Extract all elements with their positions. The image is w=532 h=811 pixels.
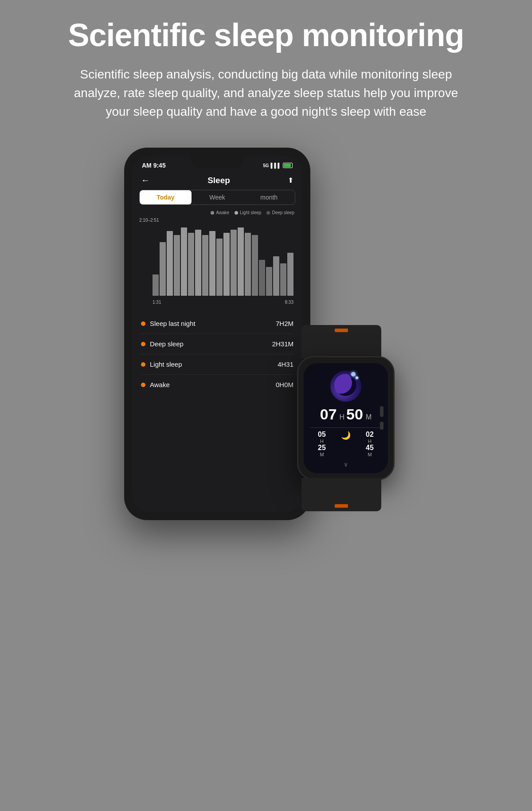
battery-icon xyxy=(283,163,293,168)
watch-sub2-h: H xyxy=(368,439,372,444)
main-title: Scientific sleep monitoring xyxy=(68,18,464,53)
watch-main-time: 07 H 50 M xyxy=(320,406,372,423)
subtitle: Scientific sleep analysis, conducting bi… xyxy=(66,65,466,121)
watch-screen: 07 H 50 M 05 H 25 M 🌙 xyxy=(304,363,388,473)
chart-time-labels: 1:31 8:33 xyxy=(153,300,293,305)
tab-week[interactable]: Week xyxy=(192,190,243,204)
share-button[interactable]: ⬆ xyxy=(288,176,293,184)
watch-h-label: H xyxy=(340,413,345,421)
watch-divider xyxy=(310,427,381,428)
strap-top xyxy=(301,325,381,358)
watch-sub1-hours: 05 xyxy=(318,431,326,439)
phone: AM 9:45 5G ▌▌▌ ← Sleep ⬆ Today Week xyxy=(124,148,310,520)
stat-label-light: Light sleep xyxy=(141,360,182,368)
moon-crescent xyxy=(334,374,356,396)
legend-awake: Awake xyxy=(211,210,229,215)
status-icons: 5G ▌▌▌ xyxy=(263,163,293,168)
watch-sub-1: 05 H 25 M xyxy=(318,431,326,457)
sleep-chart: 2:10–2:51 xyxy=(139,218,295,306)
devices-container: AM 9:45 5G ▌▌▌ ← Sleep ⬆ Today Week xyxy=(27,148,505,520)
stat-light-sleep: Light sleep 4H31 xyxy=(141,354,293,375)
watch-sub-2: 02 H 45 M xyxy=(366,431,374,457)
stat-text-light: Light sleep xyxy=(150,360,182,368)
network-icon: 5G xyxy=(263,163,269,168)
watch-sub2-m: M xyxy=(368,452,372,457)
stat-dot-deep xyxy=(141,342,145,346)
watch-sub1-minutes: 25 xyxy=(318,444,326,452)
stat-label-sleep: Sleep last night xyxy=(141,320,196,327)
watch-moon-graphic xyxy=(328,368,364,403)
chart-range-label: 2:10–2:51 xyxy=(139,218,159,223)
phone-notch xyxy=(191,156,244,168)
watch-sub2-hours: 02 xyxy=(366,431,374,439)
legend-deep-sleep: Deep sleep xyxy=(266,210,294,215)
status-time: AM 9:45 xyxy=(142,162,166,169)
watch-sub1-h: H xyxy=(320,439,324,444)
battery-fill xyxy=(284,164,291,167)
legend-label-deep: Deep sleep xyxy=(272,210,294,215)
back-button[interactable]: ← xyxy=(141,175,150,185)
stat-deep-sleep: Deep sleep 2H31M xyxy=(141,334,293,354)
legend-light-sleep: Light sleep xyxy=(235,210,261,215)
stat-dot-sleep xyxy=(141,321,145,326)
legend-dot-awake xyxy=(211,211,214,215)
stat-text-sleep: Sleep last night xyxy=(150,320,196,327)
strap-buckle-bottom xyxy=(335,504,348,508)
app-header: ← Sleep ⬆ xyxy=(132,172,302,190)
watch-button-2[interactable] xyxy=(380,422,383,430)
stat-label-deep: Deep sleep xyxy=(141,340,184,348)
watch-sub-times: 05 H 25 M 🌙 02 H 45 M xyxy=(310,431,381,457)
legend-label-light: Light sleep xyxy=(240,210,261,215)
stat-dot-awake-stat xyxy=(141,383,145,387)
chart-legend: Awake Light sleep Deep sleep xyxy=(132,210,302,218)
tab-month[interactable]: month xyxy=(243,190,295,204)
tabs: Today Week month xyxy=(139,190,295,205)
signal-icon: ▌▌▌ xyxy=(271,163,281,168)
chart-time-end: 8:33 xyxy=(285,300,293,305)
stats-list: Sleep last night 7H2M Deep sleep 2H31M L… xyxy=(132,306,302,402)
watch-sub2-minutes: 45 xyxy=(366,444,374,452)
legend-label-awake: Awake xyxy=(216,210,229,215)
watch-button-1[interactable] xyxy=(380,406,383,417)
stat-awake: Awake 0H0M xyxy=(141,375,293,395)
stat-dot-light xyxy=(141,362,145,367)
tab-today[interactable]: Today xyxy=(140,190,192,204)
app-title: Sleep xyxy=(150,176,288,185)
chart-bars xyxy=(153,224,293,296)
watch-chevron: ∨ xyxy=(344,461,348,468)
watch-moon-icon: 🌙 xyxy=(341,431,351,457)
stat-text-awake: Awake xyxy=(150,381,170,388)
legend-dot-light xyxy=(235,211,238,215)
chart-time-start: 1:31 xyxy=(153,300,161,305)
watch-sub1-m: M xyxy=(320,452,324,457)
stat-text-deep: Deep sleep xyxy=(150,340,184,348)
phone-screen: AM 9:45 5G ▌▌▌ ← Sleep ⬆ Today Week xyxy=(132,156,302,512)
smartwatch: 07 H 50 M 05 H 25 M 🌙 xyxy=(284,325,408,511)
stat-label-awake: Awake xyxy=(141,381,170,388)
strap-buckle-top xyxy=(335,329,348,332)
watch-hours: 07 xyxy=(320,406,337,423)
stat-sleep-last-night: Sleep last night 7H2M xyxy=(141,313,293,334)
watch-minutes: 50 xyxy=(346,406,363,423)
strap-bottom xyxy=(301,478,381,511)
watch-body: 07 H 50 M 05 H 25 M 🌙 xyxy=(297,356,395,480)
watch-m-label: M xyxy=(366,413,372,421)
legend-dot-deep xyxy=(266,211,270,215)
